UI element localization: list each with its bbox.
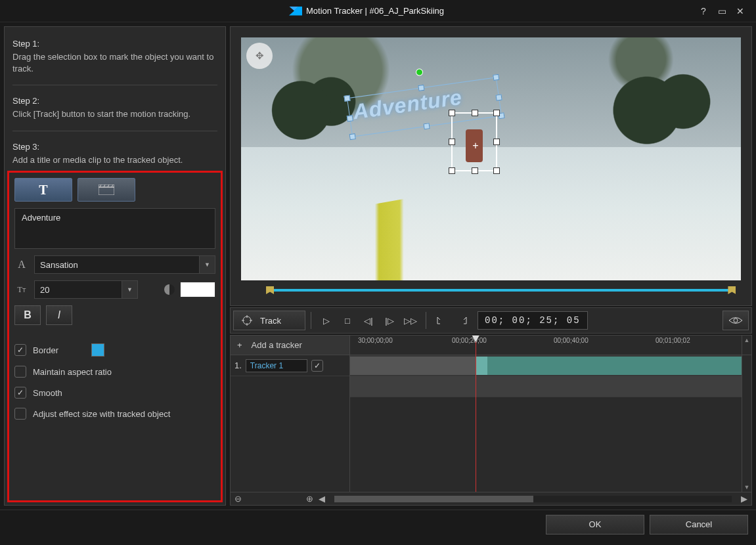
chevron-down-icon: ▼ [199, 256, 215, 273]
help-button[interactable]: ? [694, 6, 713, 16]
pan-control-icon[interactable]: ✥ [246, 43, 273, 69]
step-2-text: Click [Track] button to start the motion… [12, 108, 217, 120]
scroll-left-button[interactable]: ◀ [319, 494, 325, 504]
untracked-region[interactable] [350, 357, 476, 375]
step-1: Step 1: Drag the selection box to mark t… [12, 35, 217, 78]
zoom-in-button[interactable]: ⊕ [306, 494, 313, 504]
tracker-name-input[interactable]: Tracker 1 [246, 359, 307, 372]
timeline-panel: + Add a tracker 30;00;00;00 00;00;20;00 … [230, 335, 752, 506]
ok-button[interactable]: OK [546, 515, 644, 534]
track-button[interactable]: Track [233, 311, 305, 330]
out-point-handle[interactable] [728, 286, 736, 294]
titlebar: Motion Tracker | #06_AJ_ParkSkiing ? ▭ ✕ [0, 0, 756, 22]
step-1-text: Drag the selection box to mark the objec… [12, 51, 217, 74]
step-3: Step 3: Add a title or media clip to the… [12, 138, 217, 170]
tracker-row-header: 1. Tracker 1 [231, 355, 349, 376]
title-options-panel: T Adventure A Sansation ▼ TT 20 ▼ [7, 171, 223, 502]
app-logo-icon [289, 7, 302, 16]
contrast-icon [164, 284, 175, 295]
mark-out-button[interactable] [453, 311, 472, 330]
zoom-out-button[interactable]: ⊖ [234, 494, 242, 504]
playhead[interactable] [476, 336, 476, 492]
text-tab[interactable]: T [14, 178, 72, 202]
fast-forward-button[interactable]: ▷▷ [401, 311, 420, 330]
tracking-selection-box[interactable]: + [451, 112, 497, 171]
transport-bar: Track ▷ □ ◁| |▷ ▷▷ 00; 00; 25; 05 [230, 307, 752, 334]
cancel-button[interactable]: Cancel [650, 515, 748, 534]
tracker-enable-checkbox[interactable] [311, 360, 323, 372]
border-checkbox[interactable] [14, 344, 26, 356]
font-size-select[interactable]: 20 ▼ [34, 280, 138, 299]
target-icon [242, 315, 252, 326]
step-3-label: Step 3: [12, 142, 217, 152]
prev-frame-button[interactable]: ◁| [359, 311, 378, 330]
timeline-ruler[interactable]: 30;00;00;00 00;00;20;00 00;00;40;00 00;0… [350, 336, 742, 355]
step-1-label: Step 1: [12, 39, 217, 49]
timeline-scroll-up[interactable]: ▲ [742, 336, 751, 355]
preview-canvas[interactable]: ✥ Adventure + [241, 37, 741, 280]
border-color-swatch[interactable] [91, 343, 104, 357]
smooth-label: Smooth [33, 388, 62, 398]
play-button[interactable]: ▷ [317, 311, 336, 330]
adjust-size-label: Adjust effect size with tracked object [33, 409, 170, 419]
next-frame-button[interactable]: |▷ [380, 311, 399, 330]
stop-button[interactable]: □ [338, 311, 357, 330]
bold-button[interactable]: B [14, 305, 41, 325]
border-label: Border [33, 345, 58, 355]
step-2: Step 2: Click [Track] button to start th… [12, 92, 217, 124]
font-icon: A [14, 259, 29, 271]
timeline-horizontal-scrollbar[interactable] [334, 496, 732, 502]
close-button[interactable]: ✕ [731, 6, 749, 16]
aspect-ratio-checkbox[interactable] [14, 366, 26, 378]
svg-point-1 [243, 316, 251, 324]
aspect-ratio-label: Maintain aspect ratio [33, 367, 112, 377]
font-family-select[interactable]: Sansation ▼ [34, 255, 215, 274]
plus-icon: + [237, 340, 242, 350]
add-tracker-button[interactable]: + Add a tracker [231, 336, 350, 355]
adjust-size-checkbox[interactable] [14, 408, 26, 420]
svg-rect-0 [99, 187, 114, 195]
window-title: Motion Tracker | #06_AJ_ParkSkiing [306, 6, 444, 16]
clapboard-icon [99, 185, 114, 195]
step-3-text: Add a title or media clip to the tracked… [12, 154, 217, 166]
left-panel: Step 1: Drag the selection box to mark t… [4, 26, 226, 506]
mark-in-button[interactable] [432, 311, 451, 330]
italic-button[interactable]: I [46, 305, 72, 325]
timeline-track-area[interactable] [350, 355, 742, 492]
eye-icon [728, 316, 743, 325]
chevron-down-icon: ▼ [122, 281, 137, 298]
timeline-vertical-scrollbar[interactable]: ▼ [742, 355, 751, 492]
in-point-handle[interactable] [266, 286, 274, 294]
crosshair-icon: + [472, 140, 478, 152]
preview-scrub-bar[interactable] [241, 286, 741, 295]
smooth-checkbox[interactable] [14, 387, 26, 399]
tracker-index: 1. [234, 360, 242, 370]
timecode-display[interactable]: 00; 00; 25; 05 [478, 311, 588, 330]
dialog-footer: OK Cancel [0, 510, 756, 538]
title-text-input[interactable]: Adventure [14, 208, 215, 249]
text-color-swatch[interactable] [180, 282, 215, 297]
media-tab[interactable] [78, 178, 135, 202]
scroll-right-button[interactable]: ▶ [741, 494, 747, 504]
step-2-label: Step 2: [12, 96, 217, 106]
preview-quality-button[interactable] [723, 311, 749, 330]
tracked-region[interactable] [476, 357, 742, 375]
preview-container: ✥ Adventure + [230, 26, 752, 306]
svg-point-2 [734, 318, 738, 322]
font-size-icon: TT [14, 285, 29, 295]
maximize-button[interactable]: ▭ [713, 6, 731, 16]
